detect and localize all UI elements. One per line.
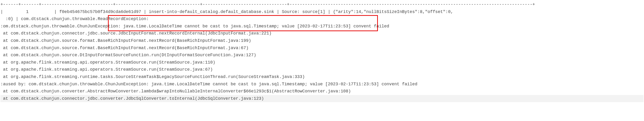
stack-trace-log: +------+-------+------------------------… — [0, 0, 644, 103]
pipe: | — [144, 9, 146, 14]
caused-by-line: :aused by: com.dtstack.chunjun.throwable… — [0, 81, 644, 88]
log-data-row-wrap: :0} | com.dtstack.chunjun.throwable.Read… — [0, 15, 644, 23]
stack-frame: at org.apache.flink.streaming.runtime.ta… — [0, 73, 644, 81]
stack-frame: at org.apache.flink.streaming.api.operat… — [0, 59, 644, 66]
col-source: Source: source[1] — [279, 9, 328, 14]
pipe: | — [328, 9, 330, 14]
stack-frame: at com.dtstack.chunjun.source.DtInputFor… — [0, 52, 644, 59]
pipe: | — [16, 16, 18, 21]
stack-frame: at com.dtstack.chunjun.connector.jdbc.so… — [0, 30, 644, 37]
log-error-line: :om.dtstack.chunjun.throwable.ChunJunExc… — [0, 23, 644, 30]
pipe: | — [277, 9, 280, 14]
stack-frame: at com.dtstack.chunjun.source.format.Bas… — [0, 44, 644, 52]
stack-frame: at com.dtstack.chunjun.converter.Abstrac… — [0, 88, 644, 95]
col-task-id: f0eb454675bc57b0f34d9cda6de61d97 — [57, 9, 144, 14]
stack-frame: at org.apache.flink.streaming.api.operat… — [0, 66, 644, 73]
log-data-row: | 1 | f0eb454675bc57b0f34d9cda6de61d97 |… — [0, 8, 644, 16]
error-value-highlight: ; value [2023-02-17T11:23:53] convent fa… — [277, 24, 389, 29]
log-separator: +------+-------+------------------------… — [0, 1, 644, 8]
stack-frame-selected: at com.dtstack.chunjun.connector.jdbc.co… — [0, 95, 644, 102]
stack-frame: at com.dtstack.chunjun.source.format.Bas… — [0, 37, 644, 44]
col-json: {"arity":14,"nullBitsSizeInBytes":8,"off… — [330, 9, 453, 14]
col-sink: insert-into-default_catalog.default_data… — [146, 9, 277, 14]
col-index: 1 — [3, 9, 54, 14]
error-prefix: :om.dtstack.chunjun.throwable.ChunJunExc… — [0, 24, 277, 29]
pipe: | — [54, 9, 57, 14]
exception-class: com.dtstack.chunjun.throwable.ReadRecord… — [18, 16, 149, 21]
pipe: | — [0, 9, 3, 14]
wrap-prefix: :0} — [0, 16, 16, 21]
